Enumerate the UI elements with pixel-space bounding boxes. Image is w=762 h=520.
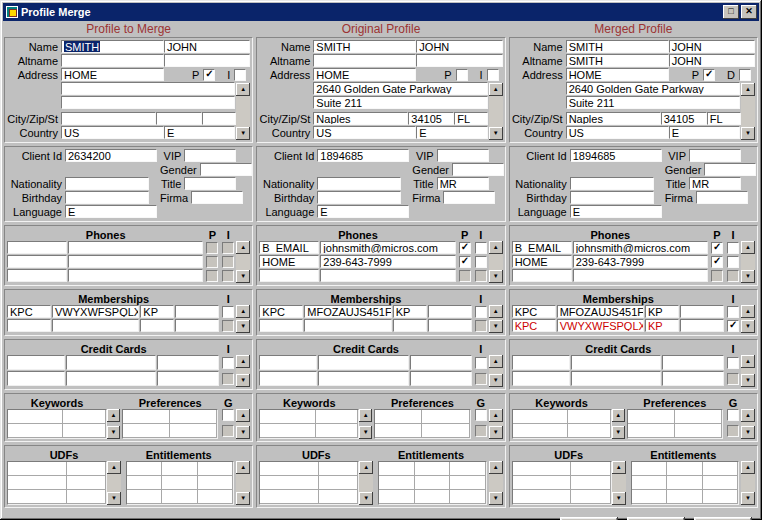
scroll-up-icon[interactable]: ▲ [236, 305, 250, 318]
udfs-table[interactable] [7, 461, 107, 505]
scroll-down-icon[interactable]: ▼ [489, 374, 503, 387]
name-last-field[interactable]: SMITH [61, 40, 164, 53]
firma-field[interactable] [191, 191, 243, 204]
keywords-scrollbar[interactable]: ▲ ▼ [359, 409, 372, 439]
phone-value-cell[interactable] [573, 269, 708, 282]
scroll-track[interactable] [489, 254, 503, 270]
preferences-table[interactable] [374, 409, 470, 439]
scroll-track[interactable] [489, 474, 503, 492]
keywords-table[interactable] [512, 409, 612, 439]
country-field[interactable]: US [566, 126, 669, 139]
membership-type-cell[interactable]: KPC [7, 305, 51, 318]
birthday-field[interactable] [570, 191, 654, 204]
udfs-table[interactable] [259, 461, 359, 505]
scroll-down-icon[interactable]: ▼ [741, 492, 755, 505]
scroll-down-icon[interactable]: ▼ [741, 374, 755, 387]
memberships-scrollbar[interactable]: ▲ ▼ [741, 305, 755, 333]
firma-field[interactable] [443, 191, 495, 204]
preferences-table[interactable] [122, 409, 218, 439]
city-field[interactable]: Naples [313, 112, 408, 125]
scroll-down-icon[interactable]: ▼ [236, 426, 250, 439]
membership-extra-cell[interactable] [428, 319, 472, 332]
membership-type-cell[interactable] [259, 319, 303, 332]
scroll-up-icon[interactable]: ▲ [489, 409, 503, 422]
client-id-field[interactable]: 1894685 [570, 149, 662, 162]
scroll-up-icon[interactable]: ▲ [741, 461, 755, 474]
address-type-field[interactable]: HOME [313, 68, 416, 81]
country-lang-field[interactable]: E [164, 126, 235, 139]
credit-cards-scrollbar[interactable]: ▲ ▼ [236, 355, 250, 387]
zip-field[interactable]: 34105 [661, 112, 707, 125]
scroll-up-icon[interactable]: ▲ [489, 241, 503, 254]
scroll-down-icon[interactable]: ▼ [489, 127, 503, 140]
city-field[interactable]: Naples [566, 112, 661, 125]
gender-field[interactable] [200, 163, 252, 176]
preference-global-checkbox[interactable] [222, 409, 234, 421]
altname-first-field[interactable] [416, 54, 502, 67]
state-field[interactable]: FL [454, 112, 488, 125]
membership-number-cell[interactable] [52, 319, 139, 332]
membership-extra-cell[interactable] [175, 305, 219, 318]
membership-number-cell[interactable]: VWYXWFSPQLXB [557, 319, 644, 332]
phone-value-cell[interactable] [320, 269, 455, 282]
phone-value-cell[interactable]: 239-643-7999 [320, 255, 455, 268]
keywords-table[interactable] [7, 409, 107, 439]
address-flag2-checkbox[interactable] [234, 69, 246, 81]
name-first-field[interactable]: JOHN [416, 40, 502, 53]
preferences-table[interactable] [627, 409, 723, 439]
state-field[interactable]: FL [707, 112, 741, 125]
phone-type-cell[interactable] [7, 255, 67, 268]
phone-primary-checkbox[interactable] [711, 242, 723, 254]
phone-type-cell[interactable] [7, 269, 67, 282]
scroll-track[interactable] [741, 474, 755, 492]
entitlements-scrollbar[interactable]: ▲ ▼ [236, 461, 250, 505]
vip-field[interactable] [184, 149, 236, 162]
title-field[interactable]: MR [689, 177, 741, 190]
phone-type-cell[interactable]: B_EMAIL [512, 241, 572, 254]
title-field[interactable]: MR [437, 177, 489, 190]
membership-extra-cell[interactable] [175, 319, 219, 332]
credit-card-cell[interactable] [571, 371, 661, 386]
language-field[interactable]: E [65, 205, 157, 218]
scroll-down-icon[interactable]: ▼ [236, 374, 250, 387]
scroll-down-icon[interactable]: ▼ [741, 127, 755, 140]
altname-last-field[interactable] [313, 54, 416, 67]
scroll-down-icon[interactable]: ▼ [236, 127, 250, 140]
credit-card-cell[interactable] [66, 355, 156, 370]
phone-type-cell[interactable] [512, 269, 572, 282]
preferences-scrollbar[interactable]: ▲ ▼ [489, 409, 503, 439]
entitlements-scrollbar[interactable]: ▲ ▼ [489, 461, 503, 505]
birthday-field[interactable] [65, 191, 149, 204]
credit-card-cell[interactable] [512, 355, 570, 370]
scroll-track[interactable] [489, 96, 503, 127]
credit-card-cell[interactable] [318, 355, 408, 370]
address-scrollbar[interactable]: ▲ ▼ [741, 83, 755, 140]
membership-level-cell[interactable]: KP [140, 305, 174, 318]
membership-inactive-checkbox[interactable] [727, 306, 739, 318]
membership-extra-cell[interactable] [428, 305, 472, 318]
phone-value-cell[interactable] [68, 269, 203, 282]
nationality-field[interactable] [570, 177, 654, 190]
address-line1-field[interactable]: 2640 Golden Gate Parkway [566, 82, 740, 95]
phone-type-cell[interactable]: HOME [512, 255, 572, 268]
preferences-scrollbar[interactable]: ▲ ▼ [236, 409, 250, 439]
address-line1-field[interactable] [61, 82, 235, 95]
scroll-down-icon[interactable]: ▼ [741, 320, 755, 333]
membership-level-cell[interactable]: KP [393, 305, 427, 318]
address-scrollbar[interactable]: ▲ ▼ [236, 83, 250, 140]
membership-number-cell[interactable] [304, 319, 391, 332]
address-type-field[interactable]: HOME [61, 68, 164, 81]
credit-card-cell[interactable] [66, 371, 156, 386]
address-flag2-checkbox[interactable] [739, 69, 751, 81]
gender-field[interactable] [452, 163, 504, 176]
scroll-down-icon[interactable]: ▼ [359, 426, 372, 439]
vip-field[interactable] [689, 149, 741, 162]
altname-first-field[interactable] [164, 54, 250, 67]
name-last-field[interactable]: SMITH [566, 40, 669, 53]
scroll-track[interactable] [741, 96, 755, 127]
address-type-field[interactable]: HOME [566, 68, 669, 81]
credit-card-cell[interactable] [259, 355, 317, 370]
credit-card-cell[interactable] [410, 371, 472, 386]
scroll-up-icon[interactable]: ▲ [741, 241, 755, 254]
state-field[interactable] [202, 112, 236, 125]
